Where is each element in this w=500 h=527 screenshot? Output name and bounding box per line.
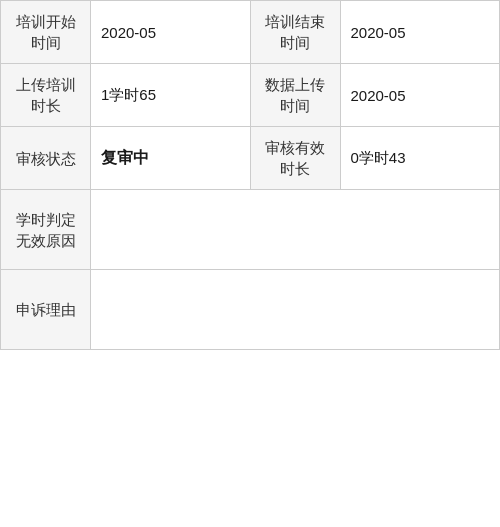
table-row: 申诉理由 — [1, 270, 500, 350]
value-upload-time: 2020-05 — [340, 64, 500, 127]
label-upload-duration: 上传培训时长 — [1, 64, 91, 127]
value-training-end: 2020-05 — [340, 1, 500, 64]
label-appeal-reason: 申诉理由 — [1, 270, 91, 350]
label-valid-duration: 审核有效时长 — [250, 127, 340, 190]
table-row: 培训开始时间 2020-05 培训结束时间 2020-05 — [1, 1, 500, 64]
value-invalid-reason — [91, 190, 500, 270]
value-valid-duration: 0学时43 — [340, 127, 500, 190]
value-upload-duration: 1学时65 — [91, 64, 251, 127]
table-row: 学时判定无效原因 — [1, 190, 500, 270]
value-review-status: 复审中 — [91, 127, 251, 190]
table-row: 上传培训时长 1学时65 数据上传时间 2020-05 — [1, 64, 500, 127]
label-training-start: 培训开始时间 — [1, 1, 91, 64]
value-appeal-reason — [91, 270, 500, 350]
value-training-start: 2020-05 — [91, 1, 251, 64]
label-review-status: 审核状态 — [1, 127, 91, 190]
detail-table: 培训开始时间 2020-05 培训结束时间 2020-05 上传培训时长 1学 — [0, 0, 500, 350]
label-upload-time: 数据上传时间 — [250, 64, 340, 127]
label-invalid-reason: 学时判定无效原因 — [1, 190, 91, 270]
table-row: 审核状态 复审中 审核有效时长 0学时43 — [1, 127, 500, 190]
label-training-end: 培训结束时间 — [250, 1, 340, 64]
